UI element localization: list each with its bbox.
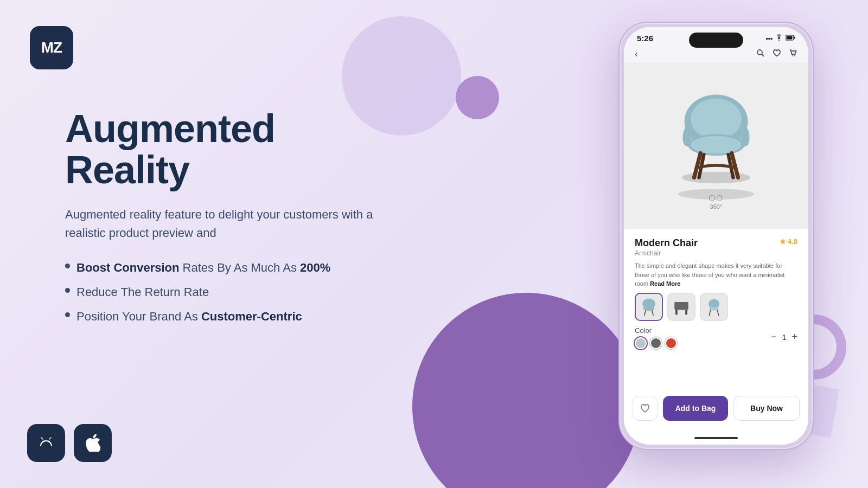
buy-now-button[interactable]: Buy Now <box>733 396 800 421</box>
svg-line-2 <box>41 438 43 439</box>
wifi-icon <box>775 34 783 42</box>
svg-point-4 <box>778 40 780 41</box>
product-rating: ★ 4.8 <box>780 237 797 246</box>
nav-action-icons <box>756 49 797 60</box>
bullet-bold-3: Customer-Centric <box>201 310 302 323</box>
bullet-dot-1 <box>65 264 70 268</box>
android-icon[interactable] <box>27 424 65 462</box>
left-content: Augmented Reality Augmented reality feat… <box>65 108 401 333</box>
bg-circle-small-top <box>456 76 499 119</box>
status-time: 5:26 <box>637 34 653 43</box>
bottom-os-icons <box>27 424 112 462</box>
bg-circle-large <box>412 293 640 488</box>
svg-rect-21 <box>685 310 687 314</box>
svg-rect-7 <box>794 36 795 38</box>
svg-rect-6 <box>787 36 793 39</box>
rating-value: 4.8 <box>788 237 797 246</box>
svg-point-1 <box>48 441 50 442</box>
svg-line-3 <box>49 438 51 439</box>
phone-inner: 5:26 ▪▪▪ <box>624 27 808 445</box>
dynamic-island <box>689 33 743 48</box>
color-swatch-1[interactable] <box>635 337 647 349</box>
buy-now-label: Buy Now <box>750 404 783 413</box>
home-line <box>694 437 738 439</box>
read-more-link[interactable]: Read More <box>650 280 680 287</box>
add-bag-label: Add to Bag <box>675 404 716 413</box>
bullet-text-3: Position Your Brand As Customer-Centric <box>76 309 302 325</box>
bullet-text-2: Reduce The Return Rate <box>76 284 209 301</box>
subtitle-text: Augmented reality feature to delight you… <box>65 206 401 242</box>
svg-line-9 <box>762 54 764 56</box>
brand-logo: MZ <box>30 26 73 69</box>
color-label: Color <box>635 326 652 335</box>
product-category: Armchair <box>635 249 698 257</box>
home-indicator <box>624 432 808 445</box>
battery-icon <box>786 35 795 42</box>
status-icons: ▪▪▪ <box>765 34 795 42</box>
product-info: Modern Chair Armchair <box>635 237 698 257</box>
product-thumbnails <box>635 293 797 321</box>
wishlist-button[interactable] <box>633 396 658 421</box>
bullet-dot-3 <box>65 312 70 317</box>
phone-frame: 5:26 ▪▪▪ <box>618 22 814 450</box>
svg-point-15 <box>691 136 742 153</box>
product-chair-image <box>667 82 765 190</box>
search-nav-icon[interactable] <box>756 49 765 60</box>
bullet-item-3: Position Your Brand As Customer-Centric <box>65 309 401 325</box>
signal-icon: ▪▪▪ <box>765 35 773 42</box>
product-name: Modern Chair <box>635 237 698 249</box>
wishlist-nav-icon[interactable] <box>773 49 781 60</box>
bullet-item-2: Reduce The Return Rate <box>65 284 401 301</box>
bullet-item-1: Boost Conversion Rates By As Much As 200… <box>65 260 401 277</box>
star-icon: ★ <box>780 237 786 246</box>
phone-mockup: 5:26 ▪▪▪ <box>618 22 814 450</box>
rotation-label: 360° <box>710 203 723 210</box>
product-shadow <box>678 189 754 200</box>
bullet-text-1: Boost Conversion Rates By As Much As 200… <box>76 260 330 277</box>
svg-point-23 <box>709 307 719 311</box>
color-swatch-3[interactable] <box>665 337 677 349</box>
svg-point-11 <box>794 55 795 56</box>
product-description: The simple and elegant shape makes it ve… <box>635 261 797 288</box>
cart-nav-icon[interactable] <box>789 49 797 60</box>
bullet-dot-2 <box>65 288 70 293</box>
color-swatches <box>635 337 677 349</box>
phone-action-buttons: Add to Bag Buy Now <box>624 390 808 432</box>
product-header: Modern Chair Armchair ★ 4.8 <box>635 237 797 257</box>
svg-point-13 <box>691 99 742 140</box>
logo-text: MZ <box>41 40 62 55</box>
bullet-list: Boost Conversion Rates By As Much As 200… <box>65 260 401 325</box>
thumbnail-1[interactable] <box>635 293 663 321</box>
svg-point-0 <box>43 441 44 442</box>
apple-icon[interactable] <box>74 424 112 462</box>
svg-point-8 <box>757 50 762 55</box>
page-title: Augmented Reality <box>65 108 401 190</box>
svg-point-18 <box>643 306 654 311</box>
quantity-decrease[interactable]: − <box>771 331 777 343</box>
svg-point-10 <box>792 55 793 56</box>
back-button[interactable]: ‹ <box>635 48 638 60</box>
thumbnail-2[interactable] <box>667 293 695 321</box>
quantity-increase[interactable]: + <box>792 331 797 343</box>
product-details-section: Modern Chair Armchair ★ 4.8 The simple a… <box>624 229 808 390</box>
bullet-bold-pct: 200% <box>300 261 330 274</box>
color-swatch-2[interactable] <box>650 337 662 349</box>
thumbnail-3[interactable] <box>700 293 728 321</box>
quantity-control: − 1 + <box>771 331 797 343</box>
svg-rect-20 <box>675 310 678 314</box>
bullet-bold-1: Boost Conversion <box>76 261 179 274</box>
svg-rect-19 <box>674 301 688 310</box>
color-quantity-row: Color − 1 + <box>635 325 797 349</box>
color-selector: Color <box>635 325 677 349</box>
quantity-value: 1 <box>782 333 787 342</box>
product-image-area: ⬡⬡ 360° <box>624 63 808 229</box>
add-to-bag-button[interactable]: Add to Bag <box>663 396 728 421</box>
